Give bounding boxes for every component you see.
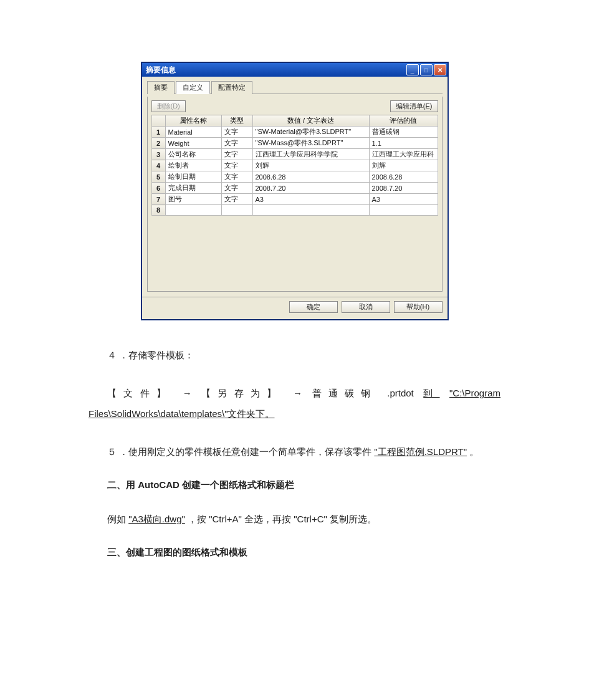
col-expr: 数值 / 文字表达	[252, 115, 369, 127]
cell-expr[interactable]: 2008.7.20	[252, 183, 369, 194]
edit-list-button[interactable]: 编辑清单(E)	[390, 100, 438, 112]
cell-expr[interactable]: 2008.6.28	[252, 171, 369, 183]
cell-eval: 2008.6.28	[369, 171, 438, 183]
text-run-to: 到	[423, 388, 439, 398]
text-run: ５ ．使用刚定义的零件模板任意创建一个简单零件，保存该零件	[107, 446, 371, 457]
cell-eval	[369, 205, 438, 216]
cell-rownum: 3	[151, 149, 165, 160]
cell-type[interactable]: 文字	[221, 160, 252, 171]
col-eval: 评估的值	[369, 115, 438, 127]
tab-summary[interactable]: 摘要	[147, 81, 175, 94]
cell-eval: A3	[369, 194, 438, 205]
cell-type[interactable]: 文字	[221, 183, 252, 194]
window-titlebar[interactable]: 摘要信息 _ □ ✕	[142, 63, 448, 77]
text-run: ，按 "Ctrl+A" 全选，再按 "Ctrl+C" 复制所选。	[188, 514, 376, 524]
paragraph-step4-title: ４ ．存储零件模板：	[89, 345, 500, 365]
summary-dialog: 摘要信息 _ □ ✕ 摘要 自定义 配置特定 删除(D) 编辑清单(E)	[141, 62, 448, 320]
col-propname: 属性名称	[165, 115, 221, 127]
cell-eval: 刘辉	[369, 160, 438, 171]
document-page: 摘要信息 _ □ ✕ 摘要 自定义 配置特定 删除(D) 编辑清单(E)	[0, 0, 589, 626]
text-run-file: "A3横向.dwg"	[128, 514, 185, 524]
cell-rownum: 2	[151, 138, 165, 149]
minimize-icon[interactable]: _	[406, 64, 419, 75]
tab-strip: 摘要 自定义 配置特定	[147, 80, 443, 94]
table-row[interactable]: 8	[151, 205, 438, 216]
cell-name[interactable]: Weight	[165, 138, 221, 149]
cell-rownum: 4	[151, 160, 165, 171]
tab-custom[interactable]: 自定义	[176, 81, 210, 94]
close-icon[interactable]: ✕	[434, 64, 446, 75]
text-run-file: "工程图范例.SLDPRT"	[374, 446, 467, 457]
table-row[interactable]: 3 公司名称 文字 江西理工大学应用科学学院 江西理工大学应用科	[151, 149, 438, 160]
tab-panel: 删除(D) 编辑清单(E) 属性名称 类型 数值 /	[147, 97, 443, 292]
window-controls: _ □ ✕	[405, 64, 446, 75]
maximize-icon[interactable]: □	[420, 64, 433, 75]
cell-rownum: 6	[151, 183, 165, 194]
cell-expr[interactable]: 江西理工大学应用科学学院	[252, 149, 369, 160]
cell-eval: 普通碳钢	[369, 127, 438, 138]
table-header-row: 属性名称 类型 数值 / 文字表达 评估的值	[151, 115, 438, 127]
cell-type[interactable]: 文字	[221, 171, 252, 183]
col-type: 类型	[221, 115, 252, 127]
tab-config[interactable]: 配置特定	[211, 81, 252, 94]
cell-name[interactable]: 公司名称	[165, 149, 221, 160]
cell-type[interactable]: 文字	[221, 149, 252, 160]
cell-rownum: 5	[151, 171, 165, 183]
cell-rownum: 8	[151, 205, 165, 216]
cell-name[interactable]: 图号	[165, 194, 221, 205]
table-row[interactable]: 6 完成日期 文字 2008.7.20 2008.7.20	[151, 183, 438, 194]
cell-type[interactable]: 文字	[221, 127, 252, 138]
col-rownum	[151, 115, 165, 127]
properties-table: 属性名称 类型 数值 / 文字表达 评估的值 1 Material 文字	[151, 115, 438, 216]
window-title: 摘要信息	[146, 65, 176, 75]
cell-expr[interactable]: 刘辉	[252, 160, 369, 171]
cell-name[interactable]: 绘制者	[165, 160, 221, 171]
paragraph-step4-body: 【文件】 → 【另存为】 → 普通碳钢 .prtdot 到 "C:\Progra…	[89, 383, 500, 424]
heading-3: 三、创建工程图的图纸格式和模板	[89, 547, 500, 559]
text-run: 【文件】 → 【另存为】 → 普通碳钢 .prtdot	[107, 388, 423, 398]
cancel-button[interactable]: 取消	[342, 301, 390, 313]
ok-button[interactable]: 确定	[289, 301, 338, 313]
text-run-end: 。	[469, 446, 479, 457]
cell-expr[interactable]: "SW-Material@零件3.SLDPRT"	[252, 127, 369, 138]
paragraph-step5: ５ ．使用刚定义的零件模板任意创建一个简单零件，保存该零件 "工程图范例.SLD…	[89, 441, 500, 462]
cell-eval: 1.1	[369, 138, 438, 149]
cell-name[interactable]: Material	[165, 127, 221, 138]
cell-type[interactable]: 文字	[221, 194, 252, 205]
cell-type[interactable]	[221, 205, 252, 216]
dialog-footer: 确定 取消 帮助(H)	[142, 297, 448, 319]
cell-type[interactable]: 文字	[221, 138, 252, 149]
dialog-client: 摘要 自定义 配置特定 删除(D) 编辑清单(E)	[142, 77, 448, 297]
cell-name[interactable]	[165, 205, 221, 216]
cell-name[interactable]: 完成日期	[165, 183, 221, 194]
table-row[interactable]: 7 图号 文字 A3 A3	[151, 194, 438, 205]
table-row[interactable]: 1 Material 文字 "SW-Material@零件3.SLDPRT" 普…	[151, 127, 438, 138]
panel-toolbar: 删除(D) 编辑清单(E)	[151, 100, 438, 112]
cell-name[interactable]: 绘制日期	[165, 171, 221, 183]
table-row[interactable]: 4 绘制者 文字 刘辉 刘辉	[151, 160, 438, 171]
paragraph-example: 例如 "A3横向.dwg" ，按 "Ctrl+A" 全选，再按 "Ctrl+C"…	[89, 509, 500, 529]
cell-rownum: 1	[151, 127, 165, 138]
heading-2: 二、用 AutoCAD 创建一个图纸格式和标题栏	[89, 479, 500, 491]
cell-eval: 2008.7.20	[369, 183, 438, 194]
table-row[interactable]: 2 Weight 文字 "SW-Mass@零件3.SLDPRT" 1.1	[151, 138, 438, 149]
cell-rownum: 7	[151, 194, 165, 205]
help-button[interactable]: 帮助(H)	[394, 301, 443, 313]
cell-expr[interactable]: A3	[252, 194, 369, 205]
table-row[interactable]: 5 绘制日期 文字 2008.6.28 2008.6.28	[151, 171, 438, 183]
cell-expr[interactable]: "SW-Mass@零件3.SLDPRT"	[252, 138, 369, 149]
delete-button: 删除(D)	[151, 100, 186, 112]
text-run: 例如	[107, 514, 126, 524]
cell-eval: 江西理工大学应用科	[369, 149, 438, 160]
cell-expr[interactable]	[252, 205, 369, 216]
